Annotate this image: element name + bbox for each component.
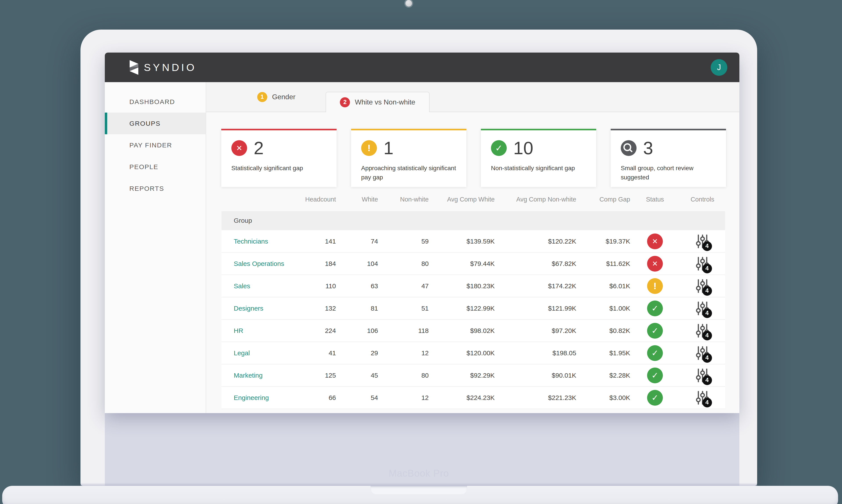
- macbook-base: [2, 486, 838, 504]
- controls-sliders-icon[interactable]: 4: [696, 390, 709, 406]
- sidebar-item-label: REPORTS: [130, 185, 164, 192]
- headcount-cell: 224: [287, 327, 336, 335]
- sidebar-item-reports[interactable]: REPORTS: [105, 178, 206, 199]
- summary-cards: ✕ 2 Statistically significant gap ! 1 Ap…: [221, 129, 726, 187]
- status-icon: ✓: [647, 323, 663, 339]
- avg-comp-non-white-cell: $121.99K: [495, 305, 576, 312]
- x-circle-icon: ✕: [231, 140, 247, 156]
- controls-sliders-icon[interactable]: 4: [696, 323, 709, 339]
- table-row: Marketing 125 45 80 $92.29K $90.01K $2.2…: [222, 364, 725, 387]
- tab-strip: 1 Gender 2 White vs Non-white: [206, 82, 739, 112]
- non-white-cell: 59: [378, 238, 429, 245]
- non-white-cell: 47: [378, 282, 429, 290]
- group-link[interactable]: HR: [234, 327, 243, 334]
- controls-sliders-icon[interactable]: 4: [696, 278, 709, 294]
- content-panel: ✕ 2 Statistically significant gap ! 1 Ap…: [206, 112, 739, 413]
- sidebar-item-pay-finder[interactable]: PAY FINDER: [105, 134, 206, 156]
- headcount-cell: 184: [287, 260, 336, 267]
- avg-comp-white-cell: $224.23K: [429, 394, 495, 401]
- column-header-status: Status: [630, 196, 680, 203]
- column-header-white: White: [336, 196, 378, 203]
- controls-sliders-icon[interactable]: 4: [696, 367, 709, 383]
- table-row: Designers 132 81 51 $122.99K $121.99K $1…: [222, 298, 725, 320]
- syndio-bolt-icon: [130, 60, 139, 75]
- white-cell: 74: [336, 238, 378, 245]
- status-icon: ✓: [647, 390, 663, 406]
- check-circle-icon: ✓: [491, 140, 507, 156]
- table-row: Sales Operations 184 104 80 $79.44K $67.…: [222, 253, 725, 275]
- sidebar-item-dashboard[interactable]: DASHBOARD: [105, 91, 206, 112]
- table-group-header: Group: [222, 211, 725, 230]
- sidebar-item-people[interactable]: PEOPLE: [105, 156, 206, 178]
- tab-gender[interactable]: 1 Gender: [239, 82, 313, 112]
- sidebar-item-groups[interactable]: GROUPS: [105, 112, 206, 134]
- sidebar: DASHBOARD GROUPS PAY FINDER PEOPLE REPOR…: [105, 82, 206, 413]
- macbook-screen-bezel: SYNDIO J DASHBOARD GROUPS PAY FINDER PEO…: [81, 30, 757, 486]
- card-count: 2: [254, 139, 264, 157]
- headcount-cell: 110: [287, 282, 336, 290]
- table-column-headers: HeadcountWhiteNon-whiteAvg Comp WhiteAvg…: [222, 192, 725, 206]
- avg-comp-non-white-cell: $120.22K: [495, 238, 576, 245]
- headcount-cell: 41: [287, 349, 336, 357]
- macbook-chin: MacBook Pro: [81, 461, 757, 486]
- non-white-cell: 12: [378, 349, 429, 357]
- column-header-non-white: Non-white: [378, 196, 429, 203]
- table-row: Legal 41 29 12 $120.00K $198.05 $1.95K ✓: [222, 342, 725, 364]
- user-avatar[interactable]: J: [711, 59, 727, 76]
- app-header: SYNDIO J: [105, 53, 739, 82]
- controls-sliders-icon[interactable]: 4: [696, 301, 709, 316]
- table-row: Engineering 66 54 12 $224.23K $221.23K $…: [222, 387, 725, 409]
- avg-comp-white-cell: $92.29K: [429, 372, 495, 379]
- white-cell: 81: [336, 305, 378, 312]
- comp-gap-cell: $2.28K: [576, 372, 630, 379]
- non-white-cell: 51: [378, 305, 429, 312]
- group-link[interactable]: Technicians: [234, 238, 268, 245]
- table-row: Sales 110 63 47 $180.23K $174.22K $6.01K…: [222, 275, 725, 298]
- trackpad-notch: [371, 486, 467, 494]
- summary-card: 3 Small group, cohort review suggested: [611, 129, 726, 187]
- tab-white-vs-non-white[interactable]: 2 White vs Non-white: [326, 92, 430, 112]
- group-link[interactable]: Legal: [234, 349, 250, 357]
- card-count: 3: [643, 139, 653, 157]
- group-link[interactable]: Sales Operations: [234, 260, 284, 267]
- summary-card: ✓ 10 Non-statistically significant gap: [481, 129, 596, 187]
- app-window: SYNDIO J DASHBOARD GROUPS PAY FINDER PEO…: [105, 53, 739, 413]
- controls-sliders-icon[interactable]: 4: [696, 256, 709, 272]
- status-icon: ✓: [647, 301, 663, 316]
- group-link[interactable]: Sales: [234, 282, 250, 290]
- column-header-avg-comp-white: Avg Comp White: [429, 196, 495, 203]
- sidebar-item-label: GROUPS: [130, 120, 160, 127]
- avg-comp-white-cell: $98.02K: [429, 327, 495, 335]
- summary-card: ! 1 Approaching statistically significan…: [351, 129, 466, 187]
- sidebar-item-label: PAY FINDER: [130, 142, 172, 149]
- avg-comp-non-white-cell: $198.05: [495, 349, 576, 357]
- avg-comp-non-white-cell: $221.23K: [495, 394, 576, 401]
- group-link[interactable]: Marketing: [234, 372, 263, 379]
- group-link[interactable]: Designers: [234, 305, 263, 312]
- sidebar-item-label: DASHBOARD: [130, 98, 175, 106]
- avg-comp-non-white-cell: $90.01K: [495, 372, 576, 379]
- status-icon: ✕: [647, 256, 663, 272]
- status-icon: !: [647, 278, 663, 294]
- column-header-headcount: Headcount: [287, 196, 336, 203]
- controls-sliders-icon[interactable]: 4: [696, 345, 709, 361]
- avg-comp-white-cell: $120.00K: [429, 349, 495, 357]
- avg-comp-white-cell: $79.44K: [429, 260, 495, 267]
- headcount-cell: 132: [287, 305, 336, 312]
- non-white-cell: 118: [378, 327, 429, 335]
- comp-gap-cell: $0.82K: [576, 327, 630, 335]
- avg-comp-non-white-cell: $174.22K: [495, 282, 576, 290]
- headcount-cell: 66: [287, 394, 336, 401]
- column-header-avg-comp-non-white: Avg Comp Non-white: [495, 196, 576, 203]
- controls-count-badge: 4: [702, 375, 712, 385]
- group-link[interactable]: Engineering: [234, 394, 269, 401]
- status-icon: ✓: [647, 367, 663, 383]
- card-count: 1: [383, 139, 394, 157]
- status-icon: ✓: [647, 345, 663, 361]
- card-label: Non-statistically significant gap: [491, 164, 586, 173]
- controls-sliders-icon[interactable]: 4: [696, 234, 709, 249]
- device-label: MacBook Pro: [389, 468, 449, 479]
- white-cell: 63: [336, 282, 378, 290]
- tab-label: White vs Non-white: [355, 98, 415, 106]
- controls-count-badge: 4: [702, 398, 712, 408]
